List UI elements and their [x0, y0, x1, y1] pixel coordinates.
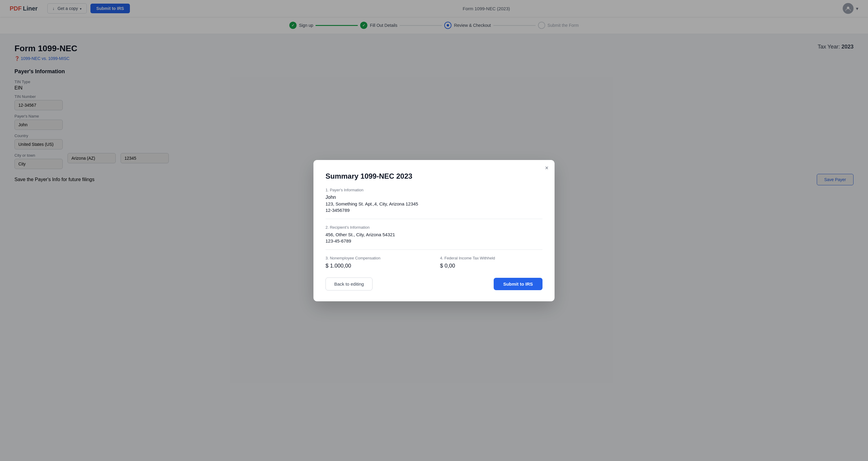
- divider-2: [326, 249, 542, 250]
- recipient-tin-display: 123-45-6789: [326, 238, 542, 243]
- payer-info-section: 1. Payer's Information John 123, Somethi…: [326, 188, 542, 213]
- close-button[interactable]: ×: [545, 165, 549, 171]
- summary-modal: × Summary 1099-NEC 2023 1. Payer's Infor…: [313, 160, 555, 301]
- recipient-section-label: 2. Recipient's Information: [326, 225, 542, 229]
- payer-address-display: 123, Something St. Apt.,4, City, Arizona…: [326, 201, 542, 206]
- payer-section-label: 1. Payer's Information: [326, 188, 542, 192]
- nonemployee-section: 3. Nonemployee Compensation $ 1.000,00: [326, 256, 428, 269]
- submit-to-irs-button[interactable]: Submit to IRS: [494, 278, 542, 290]
- nonemployee-value: $ 1.000,00: [326, 263, 428, 269]
- nonemployee-label: 3. Nonemployee Compensation: [326, 256, 428, 260]
- modal-title: Summary 1099-NEC 2023: [326, 172, 542, 181]
- modal-overlay[interactable]: × Summary 1099-NEC 2023 1. Payer's Infor…: [0, 0, 868, 461]
- compensation-row: 3. Nonemployee Compensation $ 1.000,00 4…: [326, 256, 542, 269]
- federal-label: 4. Federal Income Tax Withheld: [440, 256, 542, 260]
- payer-name-display: John: [326, 195, 542, 200]
- federal-value: $ 0,00: [440, 263, 542, 269]
- federal-section: 4. Federal Income Tax Withheld $ 0,00: [440, 256, 542, 269]
- modal-actions: Back to editing Submit to IRS: [326, 277, 542, 290]
- recipient-address-display: 456, Other St., City, Arizona 54321: [326, 232, 542, 237]
- payer-tin-display: 12-3456789: [326, 208, 542, 213]
- back-to-editing-button[interactable]: Back to editing: [326, 277, 373, 290]
- divider-1: [326, 219, 542, 219]
- recipient-info-section: 2. Recipient's Information 456, Other St…: [326, 225, 542, 243]
